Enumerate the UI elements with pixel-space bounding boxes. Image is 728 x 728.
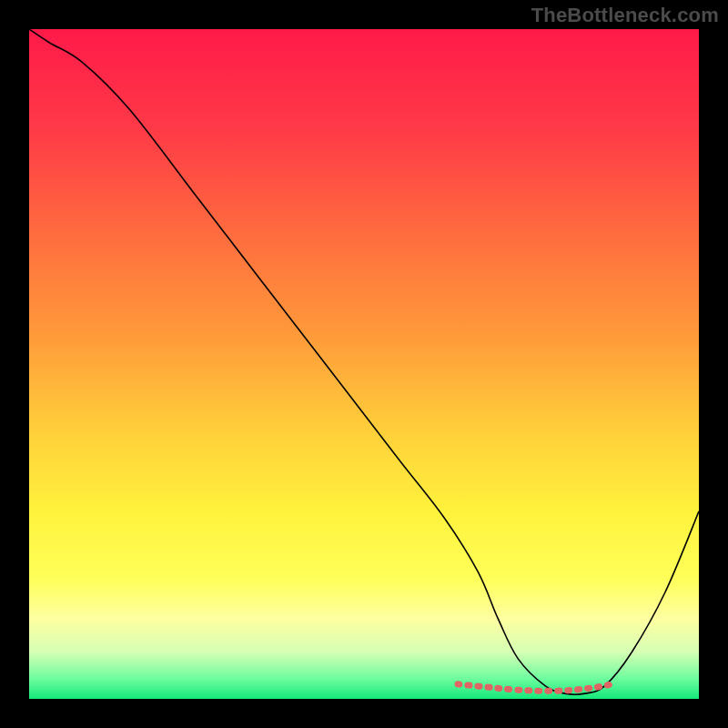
chart-frame: TheBottleneck.com (0, 0, 728, 728)
plot-svg (29, 29, 699, 699)
watermark-text: TheBottleneck.com (531, 4, 719, 27)
plot-background (29, 29, 699, 699)
plot-area (29, 29, 699, 699)
